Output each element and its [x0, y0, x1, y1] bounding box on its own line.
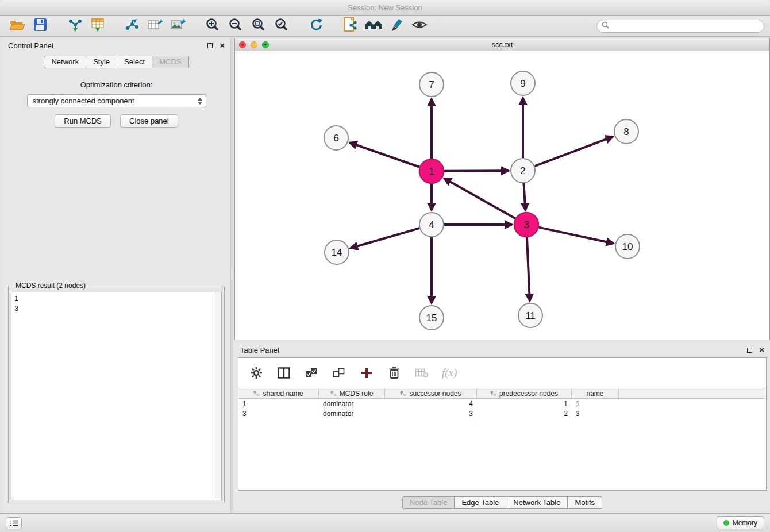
select-all-button[interactable]	[304, 365, 319, 380]
first-neighbors-button[interactable]	[362, 17, 385, 35]
node-table-container: f(x) shared name MCDS role successor nod…	[238, 357, 767, 491]
add-column-button[interactable]	[359, 365, 374, 380]
eye-icon	[411, 19, 428, 33]
mcds-result-line: 3	[14, 303, 218, 313]
graph-edge-1-6[interactable]	[350, 142, 420, 167]
table-panel-tabs: Node Table Edge Table Network Table Moti…	[234, 496, 770, 509]
column-header-name[interactable]: name	[572, 388, 619, 398]
table-toolbar: f(x)	[238, 358, 766, 388]
panel-splitter[interactable]	[230, 38, 234, 513]
graph-node-label: 6	[333, 133, 338, 144]
import-table-button[interactable]	[86, 17, 109, 35]
task-history-button[interactable]	[6, 517, 22, 529]
graph-node-label: 7	[429, 79, 434, 90]
close-window-icon[interactable]: ×	[239, 41, 246, 48]
graph-edge-3-1[interactable]	[444, 178, 515, 218]
tab-mcds[interactable]: MCDS	[152, 56, 188, 68]
graph-edge-2-3[interactable]	[523, 183, 525, 210]
criterion-dropdown[interactable]: strongly connected component	[27, 94, 206, 107]
graph-edge-3-11[interactable]	[527, 237, 530, 301]
export-image-button[interactable]	[167, 17, 190, 35]
cell-shared-name[interactable]: 3	[238, 408, 319, 418]
show-hide-button[interactable]	[408, 17, 431, 35]
cell-name[interactable]: 3	[572, 408, 619, 418]
control-panel-tabs: Network Style Select MCDS	[2, 56, 230, 68]
open-folder-icon	[9, 18, 25, 34]
columns-icon	[278, 367, 290, 379]
cell-shared-name[interactable]: 1	[238, 399, 319, 408]
column-header-mcds-role[interactable]: MCDS role	[319, 388, 385, 398]
tab-network-table[interactable]: Network Table	[506, 496, 568, 509]
float-panel-icon[interactable]	[207, 43, 213, 48]
delete-column-button[interactable]	[387, 365, 402, 380]
result-scrollbar[interactable]	[215, 292, 221, 500]
column-label: shared name	[263, 390, 303, 398]
search-box[interactable]	[596, 20, 764, 33]
graph-edge-2-8[interactable]	[535, 137, 613, 166]
graph-edge-1-2[interactable]	[444, 171, 509, 171]
network-share-icon	[124, 17, 140, 34]
mcds-result-title: MCDS result (2 nodes)	[13, 282, 88, 290]
tab-style[interactable]: Style	[86, 56, 117, 68]
open-session-button[interactable]	[6, 17, 29, 35]
zoom-window-icon[interactable]: +	[262, 41, 269, 48]
tab-network[interactable]: Network	[44, 56, 86, 68]
cell-successor-nodes[interactable]: 3	[385, 408, 477, 418]
close-panel-button[interactable]: Close panel	[120, 114, 178, 128]
deselect-all-button[interactable]	[332, 365, 346, 380]
graph-node-label: 8	[623, 126, 629, 137]
run-mcds-button[interactable]: Run MCDS	[55, 114, 111, 128]
network-canvas[interactable]: 7968124314101511	[235, 51, 769, 340]
import-network-icon	[66, 17, 83, 34]
float-table-panel-icon[interactable]	[747, 348, 752, 353]
cell-mcds-role[interactable]: dominator	[319, 408, 385, 418]
criterion-value: strongly connected component	[33, 97, 134, 105]
graph-edge-4-14[interactable]	[351, 228, 419, 248]
tab-motifs[interactable]: Motifs	[568, 496, 602, 509]
title-bar[interactable]: Session: New Session	[0, 0, 770, 16]
column-header-successor-nodes[interactable]: successor nodes	[385, 388, 477, 398]
network-window-titlebar[interactable]: × – + scc.txt	[235, 38, 769, 51]
memory-button[interactable]: Memory	[717, 516, 764, 529]
cell-name[interactable]: 1	[572, 399, 619, 408]
delete-table-button[interactable]	[414, 365, 429, 380]
close-panel-icon[interactable]: ×	[220, 43, 225, 48]
column-header-predecessor-nodes[interactable]: predecessor nodes	[477, 388, 572, 398]
memory-status-icon	[723, 520, 729, 526]
tab-select[interactable]: Select	[117, 56, 152, 68]
new-network-button[interactable]	[121, 17, 144, 35]
refresh-button[interactable]	[305, 17, 328, 35]
tab-edge-table[interactable]: Edge Table	[455, 496, 506, 509]
close-table-panel-icon[interactable]: ×	[759, 347, 764, 353]
zoom-fit-button[interactable]	[247, 17, 270, 35]
cell-predecessor-nodes[interactable]: 2	[477, 408, 572, 418]
column-label: predecessor nodes	[499, 390, 558, 398]
export-table-button[interactable]	[144, 17, 167, 35]
table-row[interactable]: 1 dominator 4 1 1	[238, 399, 766, 408]
graph-node-label: 4	[429, 219, 434, 230]
search-input[interactable]	[613, 22, 759, 30]
tab-node-table[interactable]: Node Table	[402, 496, 455, 509]
table-settings-button[interactable]	[249, 365, 264, 380]
show-columns-button[interactable]	[276, 365, 291, 380]
minimize-window-icon[interactable]: –	[251, 41, 257, 48]
function-builder-button[interactable]: f(x)	[442, 365, 457, 380]
zoom-selected-button[interactable]	[270, 17, 293, 35]
graph-edge-3-10[interactable]	[539, 228, 614, 244]
save-session-button[interactable]	[29, 17, 52, 35]
zoom-out-button[interactable]	[224, 17, 247, 35]
table-row[interactable]: 3 dominator 3 2 3	[238, 408, 766, 418]
main-toolbar	[0, 16, 770, 37]
cell-predecessor-nodes[interactable]: 1	[477, 399, 572, 408]
paint-style-button[interactable]	[385, 17, 408, 35]
cell-successor-nodes[interactable]: 4	[385, 399, 477, 408]
column-header-shared-name[interactable]: shared name	[238, 388, 319, 398]
cell-mcds-role[interactable]: dominator	[319, 399, 385, 408]
mcds-result-textarea[interactable]: 1 3	[11, 292, 222, 500]
document-network-icon	[342, 17, 359, 35]
import-network-button[interactable]	[63, 17, 86, 35]
zoom-in-icon	[205, 17, 220, 34]
network-from-document-button[interactable]	[339, 17, 362, 35]
import-table-icon	[90, 17, 106, 34]
zoom-in-button[interactable]	[201, 17, 224, 35]
